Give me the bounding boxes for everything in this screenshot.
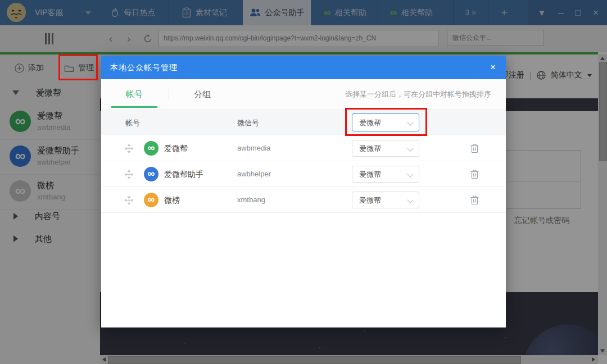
- row-group-select[interactable]: 爱微帮: [352, 140, 419, 157]
- modal-close-icon[interactable]: ×: [486, 56, 500, 79]
- drag-sort-hint: 选择某一分组后，可在分组中对帐号拖拽排序: [345, 79, 491, 110]
- modal-tab-bar: 帐号 分组 选择某一分组后，可在分组中对帐号拖拽排序: [101, 79, 506, 110]
- annotation-box-manage-button: [58, 54, 98, 80]
- modal-title: 本地公众帐号管理: [110, 56, 178, 79]
- chevron-down-icon: [407, 145, 413, 151]
- trash-icon[interactable]: [470, 169, 479, 179]
- tab-groups[interactable]: 分组: [169, 79, 236, 110]
- account-logo-icon: [144, 167, 158, 181]
- table-header-row: 帐号 微信号 爱微帮: [101, 110, 506, 135]
- account-logo-icon: [144, 193, 158, 207]
- account-logo-icon: [144, 141, 158, 156]
- column-wechat-id: 微信号: [237, 110, 259, 135]
- trash-icon[interactable]: [470, 143, 479, 153]
- account-row-awbmedia: 爱微帮 awbmedia 爱微帮: [101, 135, 506, 161]
- annotation-box-group-filter: [345, 108, 427, 136]
- account-row-awbhelper: 爱微帮助手 awbhelper 爱微帮: [101, 161, 506, 187]
- tab-accounts[interactable]: 帐号: [110, 79, 158, 110]
- chevron-down-icon: [407, 197, 413, 203]
- column-account: 帐号: [125, 110, 140, 135]
- row-group-select[interactable]: 爱微帮: [352, 166, 419, 183]
- app-window: VIP客服 每日热点 素材笔记 公众号助手: [0, 0, 607, 364]
- account-row-xmtbang: 微榜 xmtbang 爱微帮: [101, 187, 506, 213]
- modal-header: 本地公众帐号管理 ×: [101, 56, 506, 79]
- row-group-select[interactable]: 爱微帮: [352, 192, 419, 208]
- drag-handle-icon[interactable]: [125, 144, 133, 153]
- active-tab-underline: [111, 106, 157, 108]
- local-account-management-modal: 本地公众帐号管理 × 帐号 分组 选择某一分组后，可在分组中对帐号拖拽排序 帐号…: [101, 56, 506, 327]
- trash-icon[interactable]: [470, 195, 479, 205]
- chevron-down-icon: [407, 171, 413, 177]
- drag-handle-icon[interactable]: [125, 196, 133, 204]
- drag-handle-icon[interactable]: [125, 170, 133, 179]
